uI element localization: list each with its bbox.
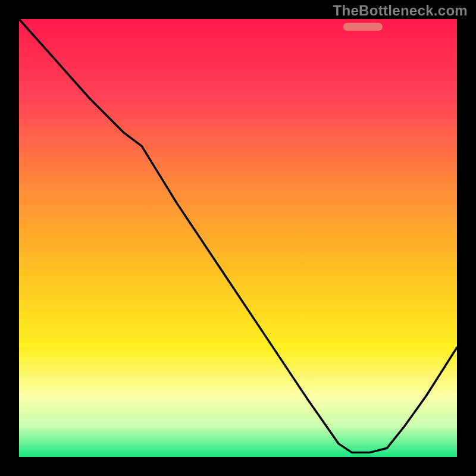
- bottleneck-chart: [0, 0, 476, 476]
- minimum-marker: [343, 23, 383, 30]
- gradient-background: [19, 19, 457, 457]
- watermark-text: TheBottleneck.com: [333, 2, 468, 19]
- chart-container: TheBottleneck.com: [0, 0, 476, 476]
